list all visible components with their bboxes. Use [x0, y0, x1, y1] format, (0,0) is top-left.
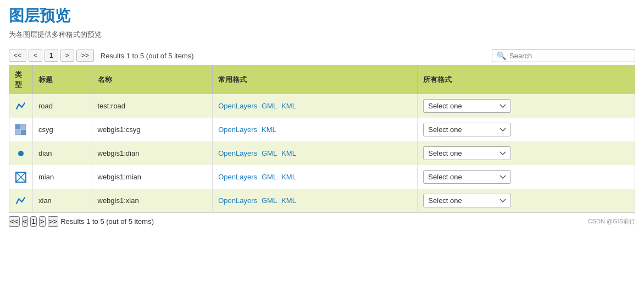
- table-header-row: 类型 标题 名称 常用格式 所有格式: [9, 65, 635, 95]
- format-links-cell: OpenLayersKML: [213, 118, 418, 141]
- format-links-cell: OpenLayersGMLKML: [213, 165, 418, 189]
- format-link-openlayers[interactable]: OpenLayers: [218, 149, 257, 157]
- layer-title: xian: [33, 189, 92, 213]
- layer-name: webgis1:dian: [92, 141, 213, 165]
- bottom-pagination: << < 1 > >> Results 1 to 5 (out of 5 ite…: [9, 213, 635, 230]
- all-formats-select[interactable]: Select one: [423, 146, 511, 160]
- result-count: Results 1 to 5 (out of 5 items): [101, 52, 194, 60]
- format-links-cell: OpenLayersGMLKML: [213, 94, 418, 118]
- format-link-gml[interactable]: GML: [262, 149, 277, 157]
- bottom-first-page-button[interactable]: <<: [9, 216, 20, 227]
- all-formats-select[interactable]: Select one: [423, 99, 511, 113]
- svg-rect-0: [15, 124, 20, 129]
- svg-rect-2: [15, 130, 20, 135]
- col-common-formats: 常用格式: [213, 65, 418, 95]
- credit-text: CSDN @GIS前行: [588, 217, 635, 226]
- format-link-kml[interactable]: KML: [262, 125, 276, 134]
- table-row: csygwebgis1:csygOpenLayersKMLSelect one: [9, 118, 635, 141]
- format-link-openlayers[interactable]: OpenLayers: [218, 102, 257, 110]
- format-links-cell: OpenLayersGMLKML: [213, 189, 418, 213]
- svg-point-4: [18, 151, 24, 156]
- last-page-button[interactable]: >>: [76, 50, 94, 62]
- type-icon-cell: [9, 141, 33, 165]
- all-formats-select[interactable]: Select one: [423, 170, 511, 184]
- col-title: 标题: [33, 65, 92, 95]
- table-row: dianwebgis1:dianOpenLayersGMLKMLSelect o…: [9, 141, 635, 165]
- all-formats-cell: Select one: [418, 165, 635, 189]
- format-link-kml[interactable]: KML: [281, 102, 296, 110]
- col-name: 名称: [92, 65, 213, 95]
- table-row: mianwebgis1:mianOpenLayersGMLKMLSelect o…: [9, 165, 635, 189]
- search-icon: 🔍: [497, 51, 506, 60]
- prev-page-button[interactable]: <: [29, 50, 42, 62]
- all-formats-cell: Select one: [418, 94, 635, 118]
- bottom-last-page-button[interactable]: >>: [48, 216, 59, 227]
- all-formats-cell: Select one: [418, 118, 635, 141]
- all-formats-cell: Select one: [418, 189, 635, 213]
- svg-rect-3: [21, 130, 26, 135]
- bottom-result-count: Results 1 to 5 (out of 5 items): [60, 217, 154, 226]
- col-all-formats: 所有格式: [418, 65, 635, 95]
- layer-title: dian: [33, 141, 92, 165]
- format-links-cell: OpenLayersGMLKML: [213, 141, 418, 165]
- bottom-current-page-button[interactable]: 1: [30, 216, 36, 227]
- layer-title: csyg: [33, 118, 92, 141]
- next-page-button[interactable]: >: [60, 50, 74, 62]
- type-icon-cell: [9, 94, 33, 118]
- first-page-button[interactable]: <<: [9, 50, 26, 62]
- layer-name: webgis1:mian: [92, 165, 213, 189]
- format-link-gml[interactable]: GML: [262, 173, 277, 181]
- type-icon-cell: [9, 189, 33, 213]
- current-page-button[interactable]: 1: [45, 50, 58, 62]
- search-box: 🔍: [492, 49, 635, 62]
- type-icon-cell: [9, 165, 33, 189]
- format-link-openlayers[interactable]: OpenLayers: [218, 173, 257, 181]
- col-type: 类型: [9, 65, 33, 95]
- page-description: 为各图层提供多种格式的预览: [9, 30, 635, 40]
- format-link-gml[interactable]: GML: [262, 102, 277, 110]
- svg-rect-1: [21, 124, 26, 129]
- top-pagination: << < 1 > >> Results 1 to 5 (out of 5 ite…: [9, 46, 194, 65]
- top-bar: << < 1 > >> Results 1 to 5 (out of 5 ite…: [9, 46, 635, 65]
- format-link-gml[interactable]: GML: [262, 196, 277, 205]
- page-title: 图层预览: [9, 6, 635, 26]
- all-formats-select[interactable]: Select one: [423, 194, 511, 207]
- layer-name: test:road: [92, 94, 213, 118]
- format-link-kml[interactable]: KML: [281, 149, 296, 157]
- type-icon-cell: [9, 118, 33, 141]
- table-row: xianwebgis1:xianOpenLayersGMLKMLSelect o…: [9, 189, 635, 213]
- all-formats-cell: Select one: [418, 141, 635, 165]
- all-formats-select[interactable]: Select one: [423, 123, 511, 136]
- layer-name: webgis1:csyg: [92, 118, 213, 141]
- bottom-prev-page-button[interactable]: <: [22, 216, 29, 227]
- search-input[interactable]: [509, 52, 630, 60]
- layer-name: webgis1:xian: [92, 189, 213, 213]
- format-link-kml[interactable]: KML: [281, 196, 296, 205]
- layer-title: mian: [33, 165, 92, 189]
- format-link-openlayers[interactable]: OpenLayers: [218, 196, 257, 205]
- layers-table: 类型 标题 名称 常用格式 所有格式 roadtest:roadOpenLaye…: [9, 65, 635, 213]
- format-link-openlayers[interactable]: OpenLayers: [218, 125, 257, 134]
- layer-title: road: [33, 94, 92, 118]
- bottom-next-page-button[interactable]: >: [39, 216, 46, 227]
- format-link-kml[interactable]: KML: [281, 173, 296, 181]
- table-row: roadtest:roadOpenLayersGMLKMLSelect one: [9, 94, 635, 118]
